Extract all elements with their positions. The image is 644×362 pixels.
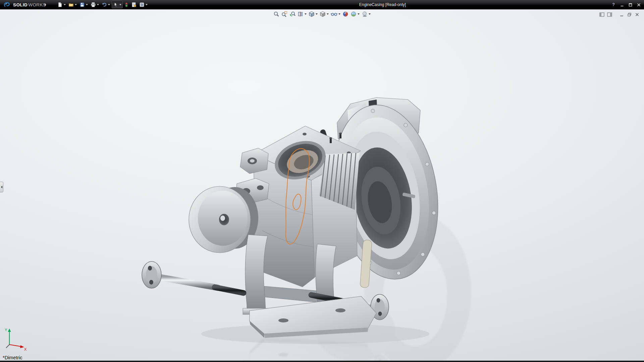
open-document-icon <box>68 2 74 7</box>
dropdown-arrow-icon[interactable] <box>369 13 371 15</box>
close-icon <box>637 3 641 7</box>
previous-view-button[interactable] <box>289 10 296 18</box>
x-axis-arrow <box>20 345 24 348</box>
view-orientation-label: *Dimetric <box>3 355 22 360</box>
x-axis-label: X <box>24 347 27 351</box>
left-support-shaft[interactable] <box>142 261 244 293</box>
reference-triad: Y X <box>4 327 28 351</box>
section-view-button[interactable] <box>297 10 307 18</box>
logo-text-bold: SOLID <box>13 2 28 7</box>
close-button[interactable] <box>636 2 641 7</box>
view-orientation-button[interactable] <box>308 10 318 18</box>
edit-appearance-ball-icon <box>342 11 348 17</box>
taskpane-collapsed-tab[interactable] <box>0 182 3 192</box>
document-close-icon <box>635 12 639 17</box>
window-bottom-edge <box>0 361 644 362</box>
rebuild-icon <box>124 2 128 7</box>
pane-left-icon <box>599 12 604 17</box>
titlebar: SOLID WORKS <box>0 0 644 9</box>
dropdown-arrow-icon[interactable] <box>305 13 307 15</box>
previous-view-icon <box>289 11 296 17</box>
dropdown-arrow-icon[interactable] <box>75 4 77 5</box>
dropdown-arrow-icon[interactable] <box>327 13 329 15</box>
window-controls: ? <box>611 0 641 9</box>
save-button[interactable] <box>78 1 89 8</box>
display-style-button[interactable] <box>319 10 329 18</box>
dropdown-arrow-icon[interactable] <box>338 13 340 15</box>
view-orientation-cube-icon <box>309 11 315 17</box>
dropdown-arrow-icon[interactable] <box>86 4 88 5</box>
document-restore-icon <box>627 12 632 17</box>
options-button[interactable] <box>138 1 149 8</box>
dropdown-arrow-icon[interactable] <box>358 13 360 15</box>
minimize-button[interactable] <box>619 2 625 7</box>
y-axis-label: Y <box>5 328 7 332</box>
display-style-icon <box>320 11 326 17</box>
dropdown-arrow-icon[interactable] <box>316 13 318 15</box>
undo-icon <box>102 2 107 7</box>
options-gear-icon <box>139 2 145 7</box>
apply-scene-button[interactable] <box>350 10 360 18</box>
zoom-to-area-button[interactable] <box>281 10 288 18</box>
rebuild-button[interactable] <box>123 1 129 8</box>
edit-appearance-button[interactable] <box>342 10 349 18</box>
apply-scene-icon <box>351 11 357 17</box>
undo-button[interactable] <box>101 1 111 8</box>
pane-left-button[interactable] <box>599 12 605 17</box>
window-title: EngineCasing [Read-only] <box>359 2 406 7</box>
document-close-button[interactable] <box>634 12 640 17</box>
new-document-button[interactable] <box>56 1 67 8</box>
zoom-to-area-icon <box>281 11 287 17</box>
collapse-arrow-icon <box>1 186 2 188</box>
zoom-to-fit-button[interactable] <box>273 10 280 18</box>
dropdown-arrow-icon[interactable] <box>119 4 121 5</box>
save-icon <box>79 2 85 7</box>
file-properties-icon <box>131 2 137 7</box>
zoom-to-fit-icon <box>273 11 279 17</box>
engine-casing-model[interactable] <box>0 9 644 361</box>
print-button[interactable] <box>90 1 100 8</box>
pane-right-button[interactable] <box>606 12 612 17</box>
solidworks-window: SOLID WORKS <box>0 0 644 362</box>
section-view-icon <box>298 11 304 17</box>
graphics-viewport[interactable]: Y X *Dimetric <box>0 9 644 361</box>
heads-up-view-toolbar <box>273 10 371 18</box>
document-minimize-button[interactable] <box>619 12 625 17</box>
solidworks-logo: SOLID WORKS <box>3 0 46 9</box>
hide-show-glasses-icon <box>331 11 337 17</box>
view-settings-icon <box>362 11 368 17</box>
document-window-controls <box>599 12 640 17</box>
maximize-icon <box>629 3 632 7</box>
dropdown-arrow-icon[interactable] <box>146 4 148 5</box>
base-plate[interactable] <box>250 296 376 338</box>
view-settings-button[interactable] <box>361 10 371 18</box>
dropdown-arrow-icon[interactable] <box>64 4 66 5</box>
menu-expand-arrow-icon[interactable] <box>45 3 46 6</box>
minimize-icon <box>620 3 624 7</box>
maximize-button[interactable] <box>628 2 633 7</box>
main-toolbar <box>56 1 149 9</box>
open-document-button[interactable] <box>67 1 78 8</box>
print-icon <box>91 2 96 7</box>
select-cursor-icon <box>113 2 118 7</box>
pane-right-icon <box>607 12 612 17</box>
help-button[interactable]: ? <box>611 2 616 7</box>
document-minimize-icon <box>620 12 624 17</box>
logo-text-light: WORKS <box>28 2 46 7</box>
dassault-3ds-icon <box>3 2 11 8</box>
document-restore-button[interactable] <box>626 12 632 17</box>
new-document-icon <box>57 2 63 7</box>
dropdown-arrow-icon[interactable] <box>97 4 99 5</box>
y-axis-arrow <box>8 328 11 332</box>
hide-show-items-button[interactable] <box>330 10 341 18</box>
select-button[interactable] <box>112 1 123 8</box>
file-properties-button[interactable] <box>130 1 138 8</box>
dropdown-arrow-icon[interactable] <box>108 4 110 5</box>
